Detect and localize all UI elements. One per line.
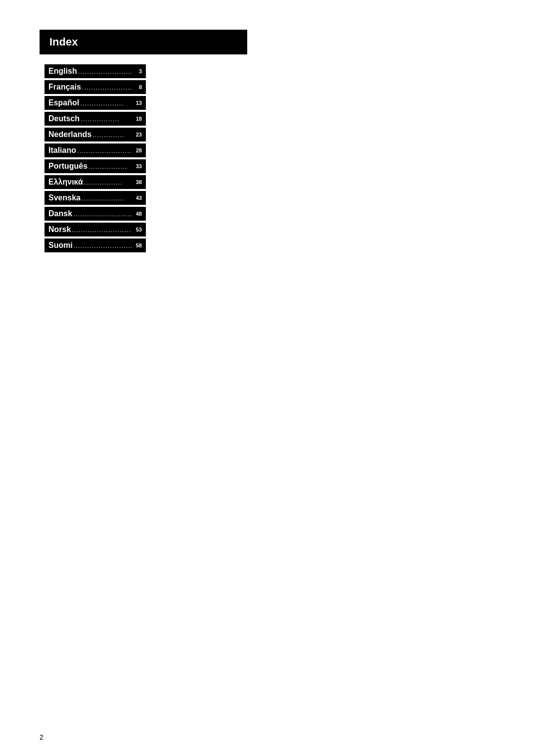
- list-item[interactable]: Ελληνικά.................38: [44, 175, 146, 189]
- entry-page-number: 18: [133, 116, 142, 122]
- entry-language-label: Français: [48, 83, 81, 92]
- entry-page-number: 23: [133, 132, 142, 138]
- index-header: Index: [40, 30, 247, 54]
- index-title: Index: [49, 36, 78, 48]
- entry-language-label: Español: [48, 98, 79, 107]
- entry-language-label: English: [48, 67, 77, 76]
- entry-dots: ........................: [76, 147, 132, 154]
- entry-dots: ..........................: [72, 210, 132, 218]
- entry-language-label: Dansk: [48, 209, 72, 218]
- entry-language-label: Suomi: [48, 241, 73, 250]
- entry-page-number: 8: [133, 84, 142, 90]
- entry-language-label: Ελληνικά: [48, 178, 83, 187]
- list-item[interactable]: Português.................33: [44, 159, 146, 173]
- list-item[interactable]: Italiano........................28: [44, 143, 146, 157]
- list-item[interactable]: Deutsch.................18: [44, 112, 146, 126]
- entry-dots: ......................: [81, 84, 132, 91]
- list-item[interactable]: English........................3: [44, 64, 146, 78]
- index-entries: English........................3Français…: [44, 64, 494, 252]
- page-container: Index English........................3Fr…: [0, 0, 534, 282]
- entry-language-label: Nederlands: [48, 130, 91, 139]
- list-item[interactable]: Svenska...................43: [44, 191, 146, 205]
- list-item[interactable]: Nederlands..............23: [44, 128, 146, 142]
- entry-page-number: 58: [133, 242, 142, 248]
- page-number: 2: [40, 733, 44, 741]
- list-item[interactable]: Suomi..........................58: [44, 238, 146, 252]
- entry-dots: ...................: [79, 99, 132, 107]
- entry-language-label: Italiano: [48, 146, 76, 155]
- list-item[interactable]: Français......................8: [44, 80, 146, 94]
- entry-dots: ..........................: [73, 242, 132, 249]
- entry-language-label: Português: [48, 162, 88, 171]
- entry-page-number: 53: [133, 227, 142, 233]
- entry-page-number: 28: [133, 147, 142, 153]
- entry-page-number: 43: [133, 195, 142, 201]
- entry-dots: .................: [80, 115, 132, 123]
- entry-page-number: 38: [133, 179, 142, 185]
- entry-dots: ..............: [91, 131, 132, 139]
- entry-dots: .................: [88, 163, 132, 170]
- entry-page-number: 13: [133, 100, 142, 106]
- entry-page-number: 33: [133, 163, 142, 169]
- entry-dots: ........................: [77, 68, 132, 75]
- list-item[interactable]: Dansk..........................48: [44, 207, 146, 221]
- entry-language-label: Svenska: [48, 193, 81, 202]
- entry-dots: ..........................: [71, 226, 132, 234]
- entry-dots: ...................: [81, 194, 132, 202]
- entry-page-number: 3: [133, 68, 142, 74]
- entry-language-label: Deutsch: [48, 114, 80, 123]
- list-item[interactable]: Español...................13: [44, 96, 146, 110]
- entry-page-number: 48: [133, 211, 142, 217]
- entry-language-label: Norsk: [48, 225, 71, 234]
- list-item[interactable]: Norsk..........................53: [44, 223, 146, 236]
- entry-dots: .................: [83, 179, 132, 186]
